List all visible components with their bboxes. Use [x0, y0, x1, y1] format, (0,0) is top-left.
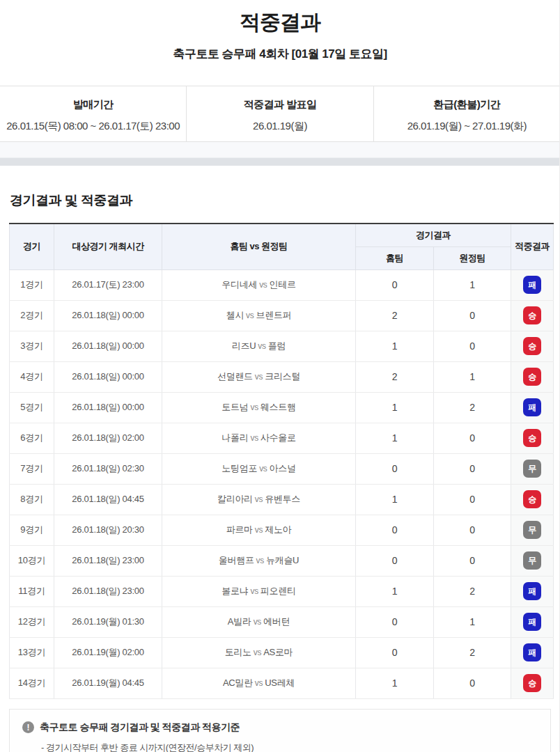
- col-header-teams: 홈팀 vs 원정팀: [162, 224, 356, 269]
- home-score: 1: [356, 423, 434, 453]
- away-team-name: 뉴캐슬U: [266, 555, 299, 565]
- match-teams: AC밀란vsUS레체: [162, 668, 356, 698]
- match-datetime: 26.01.18(일) 00:00: [54, 392, 162, 423]
- section-separator-gray: [0, 158, 560, 166]
- vs-label: vs: [248, 586, 260, 596]
- away-score: 0: [434, 453, 511, 484]
- hit-result-cell: 승: [511, 300, 554, 331]
- result-badge: 패: [523, 643, 541, 661]
- table-row: 7경기26.01.18(일) 02:30노팅엄포vs아스널00무: [10, 453, 554, 484]
- match-result-table: 경기 대상경기 개최시간 홈팀 vs 원정팀 경기결과 적중결과 홈팀 원정팀 …: [9, 223, 554, 699]
- away-team-name: 사수올로: [260, 432, 296, 443]
- match-teams: 토리노vsAS로마: [162, 637, 356, 668]
- round-info-bar: 발매기간 26.01.15(목) 08:00 ~ 26.01.17(토) 23:…: [0, 86, 560, 142]
- table-row: 2경기26.01.18(일) 00:00첼시vs브렌트퍼20승: [10, 300, 554, 331]
- table-header: 경기 대상경기 개최시간 홈팀 vs 원정팀 경기결과 적중결과 홈팀 원정팀: [10, 224, 554, 269]
- notice-box: ! 축구토토 승무패 경기결과 및 적중결과 적용기준 - 경기시작부터 후반 …: [9, 709, 551, 752]
- home-score: 2: [356, 361, 434, 392]
- away-score: 0: [434, 668, 511, 698]
- match-teams: 우디네세vs인테르: [162, 269, 356, 300]
- match-datetime: 26.01.18(일) 20:30: [54, 515, 162, 545]
- table-row: 6경기26.01.18(일) 02:00나폴리vs사수올로10승: [10, 423, 554, 453]
- away-score: 0: [434, 484, 511, 515]
- info-sale-period: 발매기간 26.01.15(목) 08:00 ~ 26.01.17(토) 23:…: [0, 86, 186, 141]
- away-score: 1: [434, 606, 511, 637]
- game-number: 10경기: [10, 545, 54, 576]
- match-teams: 파르마vs제노아: [162, 515, 356, 545]
- result-badge: 승: [523, 337, 541, 355]
- game-number: 3경기: [10, 331, 54, 361]
- result-badge: 승: [523, 674, 541, 692]
- away-score: 2: [434, 576, 511, 606]
- table-row: 8경기26.01.18(일) 04:45칼리아리vs유벤투스10승: [10, 484, 554, 515]
- home-team-name: 볼로냐: [221, 586, 248, 596]
- game-number: 14경기: [10, 668, 54, 698]
- info-announce-date: 적중결과 발표일 26.01.19(월): [186, 86, 373, 141]
- table-row: 11경기26.01.18(일) 23:00볼로냐vs피오렌티12패: [10, 576, 554, 606]
- away-team-name: AS로마: [263, 647, 293, 657]
- home-score: 0: [356, 606, 434, 637]
- match-datetime: 26.01.18(일) 04:45: [54, 484, 162, 515]
- match-datetime: 26.01.19(월) 02:00: [54, 637, 162, 668]
- home-score: 1: [356, 576, 434, 606]
- home-score: 1: [356, 331, 434, 361]
- away-score: 2: [434, 392, 511, 423]
- result-badge: 패: [523, 398, 541, 416]
- result-badge: 패: [523, 582, 541, 600]
- home-team-name: 선덜랜드: [217, 371, 253, 382]
- notice-title: 축구토토 승무패 경기결과 및 적중결과 적용기준: [40, 721, 240, 734]
- result-badge: 승: [523, 490, 541, 508]
- hit-result-cell: 무: [511, 545, 554, 576]
- away-score: 0: [434, 423, 511, 453]
- match-datetime: 26.01.18(일) 00:00: [54, 300, 162, 331]
- home-team-name: 토리노: [225, 647, 251, 657]
- vs-label: vs: [253, 372, 265, 382]
- result-badge: 무: [523, 460, 541, 478]
- hit-result-cell: 패: [511, 269, 554, 300]
- match-teams: 선덜랜드vs크리스털: [162, 361, 356, 392]
- match-teams: 토트넘vs웨스트햄: [162, 392, 356, 423]
- page-subtitle: 축구토토 승무패 4회차 [01월 17일 토요일]: [0, 47, 560, 62]
- away-score: 0: [434, 545, 511, 576]
- match-datetime: 26.01.18(일) 00:00: [54, 331, 162, 361]
- away-team-name: 브렌트퍼: [256, 310, 292, 320]
- hit-result-cell: 패: [511, 576, 554, 606]
- match-teams: 울버햄프vs뉴캐슬U: [162, 545, 356, 576]
- table-body: 1경기26.01.17(토) 23:00우디네세vs인테르01패2경기26.01…: [10, 269, 554, 698]
- away-team-name: 아스널: [270, 463, 296, 473]
- vs-label: vs: [253, 678, 265, 688]
- hit-result-cell: 패: [511, 606, 554, 637]
- home-score: 0: [356, 515, 434, 545]
- result-badge: 승: [523, 429, 541, 447]
- home-team-name: 우디네세: [221, 279, 257, 290]
- home-team-name: 파르마: [226, 524, 253, 535]
- game-number: 8경기: [10, 484, 54, 515]
- info-label: 환급(환불)기간: [374, 98, 560, 111]
- away-team-name: 유벤투스: [265, 494, 300, 504]
- info-label: 적중결과 발표일: [187, 98, 373, 111]
- info-value: 26.01.19(월) ~ 27.01.19(화): [374, 120, 560, 133]
- vs-label: vs: [253, 494, 265, 504]
- match-datetime: 26.01.18(일) 23:00: [54, 576, 162, 606]
- away-team-name: 제노아: [265, 524, 291, 535]
- home-score: 0: [356, 269, 434, 300]
- vs-label: vs: [244, 311, 256, 320]
- section-title: 경기결과 및 적중결과: [10, 191, 560, 210]
- game-number: 4경기: [10, 361, 54, 392]
- hit-result-cell: 승: [511, 484, 554, 515]
- result-badge: 승: [523, 368, 541, 386]
- info-label: 발매기간: [0, 98, 186, 111]
- away-team-name: 에버턴: [263, 616, 290, 627]
- col-header-datetime: 대상경기 개최시간: [54, 224, 162, 269]
- col-header-away-score: 원정팀: [434, 246, 511, 269]
- vs-label: vs: [257, 280, 269, 290]
- table-row: 14경기26.01.19(월) 04:45AC밀란vsUS레체10승: [10, 668, 554, 698]
- away-team-name: 웨스트햄: [260, 402, 296, 412]
- match-datetime: 26.01.18(일) 02:00: [54, 423, 162, 453]
- match-teams: 볼로냐vs피오렌티: [162, 576, 356, 606]
- match-teams: 칼리아리vs유벤투스: [162, 484, 356, 515]
- home-team-name: 칼리아리: [217, 494, 253, 504]
- result-badge: 승: [523, 306, 541, 324]
- match-teams: A빌라vs에버턴: [162, 606, 356, 637]
- home-score: 1: [356, 668, 434, 698]
